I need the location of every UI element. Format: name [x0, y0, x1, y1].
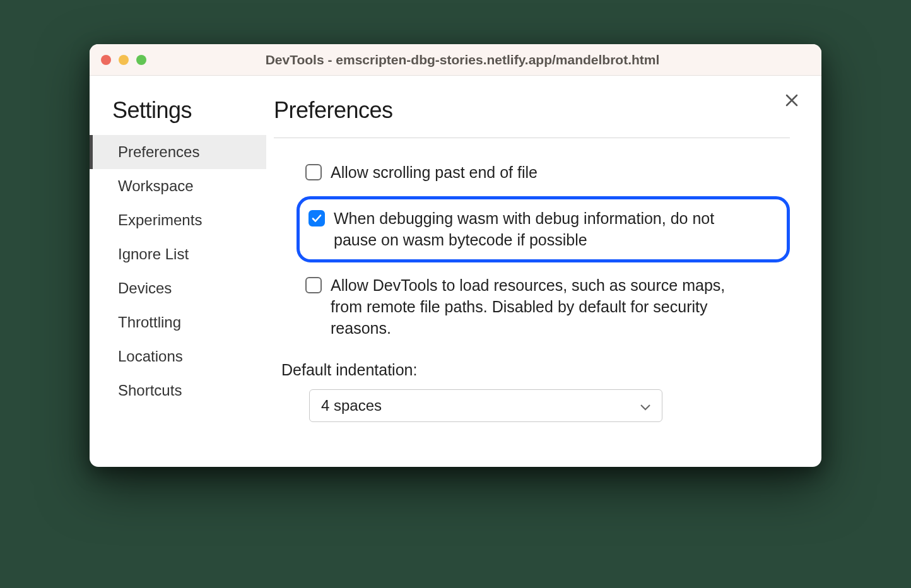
settings-sidebar: Settings PreferencesWorkspaceExperiments… [90, 76, 266, 467]
devtools-settings-window: DevTools - emscripten-dbg-stories.netlif… [90, 44, 821, 467]
dropdown-caret-icon [640, 397, 650, 415]
sidebar-item-workspace[interactable]: Workspace [90, 169, 266, 203]
sidebar-item-experiments[interactable]: Experiments [90, 203, 266, 237]
preference-checkbox[interactable] [305, 277, 322, 293]
sidebar-item-shortcuts[interactable]: Shortcuts [90, 373, 266, 408]
check-icon [312, 213, 322, 223]
close-settings-button[interactable] [781, 90, 802, 111]
sidebar-item-ignore-list[interactable]: Ignore List [90, 237, 266, 271]
indentation-label: Default indentation: [281, 361, 790, 379]
divider [274, 138, 790, 138]
close-icon [785, 93, 799, 107]
sidebar-item-throttling[interactable]: Throttling [90, 305, 266, 339]
preference-option: Allow DevTools to load resources, such a… [299, 269, 790, 345]
settings-content: Settings PreferencesWorkspaceExperiments… [90, 76, 821, 467]
preference-label: Allow scrolling past end of file [331, 162, 538, 184]
sidebar-title: Settings [90, 97, 266, 135]
settings-main: Preferences Allow scrolling past end of … [266, 76, 821, 467]
window-titlebar: DevTools - emscripten-dbg-stories.netlif… [90, 44, 821, 76]
preference-option: When debugging wasm with debug informati… [297, 196, 790, 263]
preference-option: Allow scrolling past end of file [299, 156, 790, 190]
sidebar-item-devices[interactable]: Devices [90, 271, 266, 305]
window-close-button[interactable] [101, 55, 111, 65]
sidebar-item-preferences[interactable]: Preferences [90, 135, 266, 169]
preference-label: When debugging wasm with debug informati… [334, 208, 738, 251]
indentation-value: 4 spaces [321, 397, 382, 415]
preference-checkbox[interactable] [305, 164, 322, 180]
preferences-options: Allow scrolling past end of fileWhen deb… [274, 156, 790, 346]
preference-label: Allow DevTools to load resources, such a… [331, 275, 734, 339]
settings-nav: PreferencesWorkspaceExperimentsIgnore Li… [90, 135, 266, 408]
sidebar-item-locations[interactable]: Locations [90, 339, 266, 373]
page-title: Preferences [274, 97, 790, 138]
indentation-select[interactable]: 4 spaces [309, 389, 662, 422]
window-title: DevTools - emscripten-dbg-stories.netlif… [115, 52, 810, 68]
preference-checkbox[interactable] [309, 210, 325, 226]
